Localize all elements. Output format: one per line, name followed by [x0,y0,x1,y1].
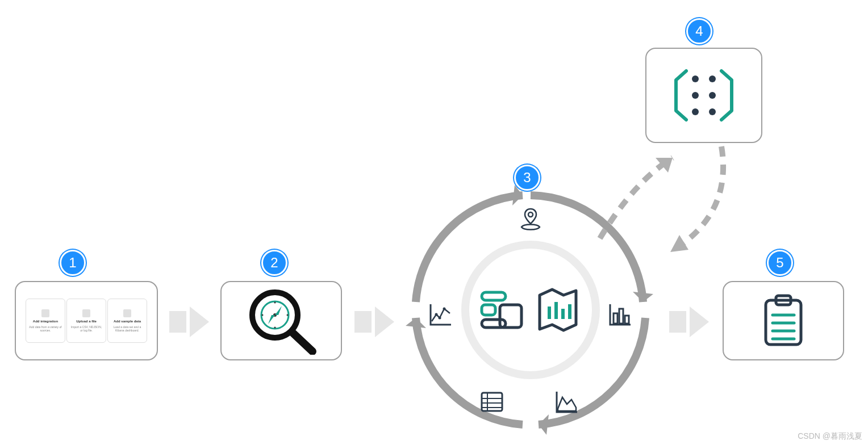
dashed-arrow-4-to-3 [636,141,750,266]
svg-rect-36 [554,302,558,319]
step-4-box [645,48,762,143]
line-chart-icon [427,301,454,328]
card-upload-file: Upload a file Import a CSV, NDJSON, or l… [66,299,106,343]
svg-marker-7 [268,315,275,324]
svg-rect-0 [169,311,186,333]
svg-marker-48 [690,307,709,337]
map-pin-icon [517,207,544,234]
svg-rect-38 [568,304,571,319]
step-number: 3 [523,170,531,186]
card-add-integration: Add integration Add data from a variety … [26,299,65,343]
beaker-icon [123,309,131,317]
arrow-1-to-2 [169,307,215,337]
svg-point-44 [709,92,716,99]
dashboard-center [461,241,600,379]
svg-marker-40 [670,235,688,252]
svg-rect-22 [482,393,502,411]
step-2-box [220,281,342,360]
card-desc: Import a CSV, NDJSON, or log file. [69,325,103,332]
svg-point-45 [692,108,699,115]
arrow-3-to-5 [669,307,715,337]
svg-line-3 [293,333,312,351]
card-desc: Add data from a variety of sources. [28,325,62,332]
svg-point-28 [439,317,441,320]
svg-rect-30 [482,292,506,300]
card-title: Add integration [33,320,58,324]
watermark: CSDN @暮雨浅夏 [798,431,862,442]
svg-marker-1 [190,307,209,337]
svg-point-42 [709,75,716,82]
compass-magnifier-icon [239,287,324,355]
svg-marker-6 [275,306,282,315]
svg-marker-16 [406,318,426,328]
workflow-diagram: { "steps": { "s1": { "number": "1" }, "s… [0,0,868,445]
svg-rect-21 [625,316,629,324]
ml-cluster-icon [667,64,741,127]
svg-point-27 [435,313,438,316]
step-number: 5 [776,255,783,271]
svg-rect-20 [619,309,623,324]
arrow-2-to-3 [354,307,400,337]
svg-point-8 [274,302,276,304]
svg-rect-37 [561,309,565,319]
svg-point-46 [709,108,716,115]
bar-chart-icon [607,301,634,328]
svg-rect-19 [614,313,617,324]
svg-point-29 [443,308,446,310]
clipboard-report-icon [758,292,809,349]
svg-rect-31 [482,305,495,315]
file-icon [82,309,90,317]
svg-marker-14 [633,292,653,302]
step-5-badge: 5 [767,250,793,276]
svg-marker-15 [539,414,549,435]
svg-point-18 [528,212,533,217]
svg-point-9 [274,327,276,329]
card-title: Upload a file [76,320,97,324]
step-1-cards: Add integration Add data from a variety … [16,282,157,359]
svg-point-43 [692,92,699,99]
step-number: 1 [69,255,76,271]
step-number: 2 [270,255,278,271]
plus-icon [41,309,49,317]
svg-point-10 [262,314,264,316]
step-3-badge: 3 [514,165,540,191]
dashboard-tile-icon [477,286,526,334]
card-sample-data: Add sample data Load a data set and a Ki… [107,299,147,343]
svg-point-41 [692,75,699,82]
area-chart-icon [553,388,581,415]
svg-marker-13 [375,307,394,337]
step-1-badge: 1 [60,250,86,276]
svg-rect-47 [669,311,686,333]
step-1-box: Add integration Add data from a variety … [15,281,158,360]
card-title: Add sample data [114,320,141,324]
step-2-badge: 2 [261,250,287,276]
grid-table-icon [478,388,506,415]
svg-rect-35 [548,307,551,319]
step-5-box [723,281,844,360]
step-4-badge: 4 [686,18,712,44]
svg-point-11 [287,314,289,316]
map-chart-icon [532,284,584,336]
card-desc: Load a data set and a Kibana dashboard. [110,325,144,332]
svg-rect-12 [354,311,372,333]
svg-rect-33 [500,305,521,328]
step-number: 4 [695,23,703,39]
